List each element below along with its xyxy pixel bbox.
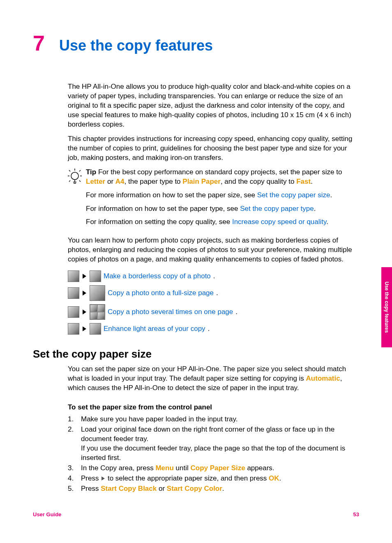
chapter-title: Use the copy features	[59, 36, 213, 56]
tip-line-3: For information on how to set the paper …	[86, 204, 359, 214]
step-3: In the Copy area, press Menu until Copy …	[81, 464, 274, 473]
thumbnail-icon	[90, 270, 101, 282]
link-set-copy-paper-type[interactable]: Set the copy paper type	[240, 205, 314, 213]
arrow-right-icon	[83, 274, 86, 279]
link-fullsize-copy[interactable]: Copy a photo onto a full-size page	[108, 289, 214, 298]
svg-line-7	[69, 170, 70, 171]
photo-intro-paragraph: You can learn how to perform photo copy …	[68, 236, 357, 264]
intro-paragraph-2: This chapter provides instructions for i…	[68, 134, 357, 163]
step-4: Press to select the appropriate paper si…	[81, 474, 281, 483]
step-1: Make sure you have paper loaded in the i…	[81, 415, 238, 424]
footer-page-number: 53	[353, 511, 359, 518]
photo-link-multiple: Copy a photo several times on one page.	[68, 304, 359, 320]
svg-line-9	[69, 180, 70, 182]
photo-link-enhance: Enhance light areas of your copy.	[68, 323, 359, 335]
svg-line-10	[79, 180, 81, 182]
thumbnail-icon	[68, 306, 79, 318]
link-borderless-copy[interactable]: Make a borderless copy of a photo	[104, 272, 211, 281]
step-5: Press Start Copy Black or Start Copy Col…	[81, 484, 224, 494]
right-arrow-button-icon	[101, 476, 105, 481]
thumbnail-icon	[90, 323, 101, 335]
link-increase-copy-speed[interactable]: Increase copy speed or quality	[232, 218, 326, 226]
photo-link-fullsize: Copy a photo onto a full-size page.	[68, 285, 359, 301]
svg-line-8	[79, 170, 81, 171]
photo-link-borderless: Make a borderless copy of a photo.	[68, 270, 359, 282]
thumbnail-grid-icon	[90, 304, 105, 320]
arrow-right-icon	[83, 326, 86, 331]
tip-line-1: Tip For the best copy performance on sta…	[86, 168, 359, 187]
thumbnail-icon	[68, 287, 79, 299]
footer-left: User Guide	[33, 511, 61, 518]
link-multiple-copy[interactable]: Copy a photo several times on one page	[108, 307, 233, 317]
thumbnail-icon	[68, 323, 79, 335]
lightbulb-icon	[68, 168, 82, 231]
thumbnail-icon	[68, 270, 79, 282]
procedure-heading: To set the paper size from the control p…	[68, 403, 357, 412]
svg-point-0	[71, 172, 78, 180]
link-enhance-copy[interactable]: Enhance light areas of your copy	[104, 324, 205, 334]
section-paragraph: You can set the paper size on your HP Al…	[68, 365, 357, 393]
thumbnail-large-icon	[90, 285, 105, 301]
procedure-steps: 1.Make sure you have paper loaded in the…	[68, 415, 357, 494]
chapter-number: 7	[33, 29, 45, 58]
section-heading-paper-size: Set the copy paper size	[33, 347, 359, 361]
arrow-right-icon	[83, 310, 86, 314]
tip-block: Tip For the best copy performance on sta…	[68, 168, 359, 231]
tip-line-4: For information on setting the copy qual…	[86, 217, 359, 227]
side-tab: Use the copy features	[381, 267, 392, 347]
intro-paragraph-1: The HP All-in-One allows you to produce …	[68, 82, 357, 129]
step-2: Load your original face down on the righ…	[81, 425, 357, 463]
tip-line-2: For more information on how to set the p…	[86, 191, 359, 200]
arrow-right-icon	[83, 291, 86, 296]
link-set-copy-paper-size[interactable]: Set the copy paper size	[257, 191, 330, 199]
